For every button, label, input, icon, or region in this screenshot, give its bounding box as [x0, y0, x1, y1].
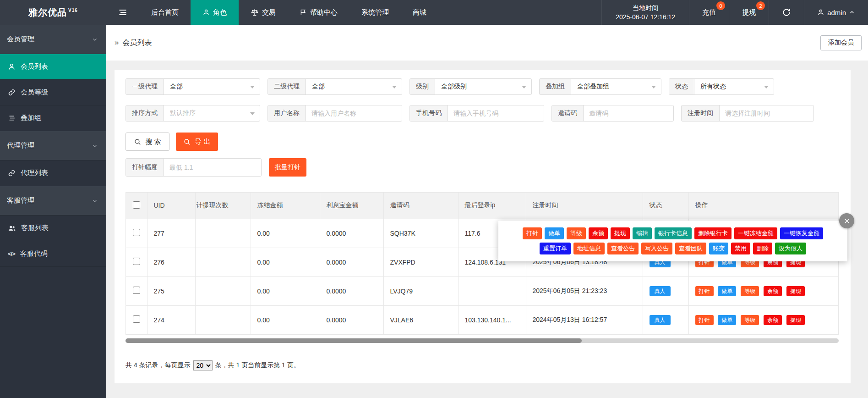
- close-icon: [843, 217, 851, 225]
- username-input[interactable]: [306, 105, 402, 121]
- batch-inject-button[interactable]: 批量打针: [269, 158, 306, 177]
- list-icon: [8, 114, 16, 122]
- level-action-button[interactable]: 等级: [741, 286, 759, 296]
- inject-action-button[interactable]: 打针: [695, 286, 714, 296]
- withdraw-button[interactable]: 提现 2: [729, 0, 769, 25]
- sidebar-section-service-management[interactable]: 客服管理: [0, 186, 106, 216]
- popup-level-button[interactable]: 等级: [567, 227, 586, 239]
- inject-action-button[interactable]: 打针: [695, 315, 714, 325]
- row-checkbox[interactable]: [133, 287, 140, 294]
- nav-item-mall[interactable]: 商城: [401, 0, 438, 25]
- popup-balance-button[interactable]: 余额: [589, 227, 608, 239]
- popup-set-fake-button[interactable]: 设为假人: [775, 243, 806, 254]
- overlay-group-select[interactable]: 全部叠加组: [571, 79, 661, 94]
- row-checkbox[interactable]: [133, 258, 140, 265]
- nav-item-system[interactable]: 系统管理: [349, 0, 401, 25]
- recharge-label: 充值: [702, 8, 716, 17]
- popup-restore-balance-button[interactable]: 一键恢复金额: [780, 227, 823, 239]
- user-icon: [8, 63, 16, 71]
- sidebar-section-label: 会员管理: [7, 35, 34, 44]
- export-button-label: 导 出: [195, 138, 210, 146]
- link-icon: [8, 88, 16, 96]
- export-button[interactable]: 导 出: [176, 133, 218, 151]
- popup-address-info-button[interactable]: 地址信息: [573, 243, 605, 254]
- recharge-button[interactable]: 充值 0: [689, 0, 729, 25]
- popup-reset-orders-button[interactable]: 重置订单: [540, 243, 571, 254]
- popup-close-button[interactable]: [839, 213, 854, 228]
- row-checkbox[interactable]: [133, 229, 140, 236]
- select-all-checkbox[interactable]: [133, 201, 140, 209]
- popup-write-notice-button[interactable]: 写入公告: [641, 243, 672, 254]
- sidebar-item-service-list[interactable]: 客服列表: [0, 216, 106, 241]
- nav-item-trade[interactable]: 交易: [239, 0, 288, 25]
- filter-label: 手机号码: [410, 105, 448, 121]
- sidebar: 会员管理 会员列表 会员等级 叠加组 代理管理: [0, 25, 106, 398]
- level-action-button[interactable]: 等级: [741, 315, 759, 325]
- local-time-value: 2025-06-07 12:16:12: [616, 12, 675, 22]
- app-logo-text: 雅尔优品: [28, 6, 67, 19]
- cell-reg-time: 2025年06月05日 21:23:23: [526, 276, 643, 305]
- search-button[interactable]: 搜 索: [126, 133, 169, 151]
- withdraw-badge: 2: [756, 1, 765, 10]
- nav-item-roles[interactable]: 角色: [191, 0, 239, 25]
- horizontal-scrollbar-thumb[interactable]: [126, 338, 582, 343]
- popup-delete-bank-card-button[interactable]: 删除银行卡: [694, 227, 732, 239]
- sidebar-item-member-level[interactable]: 会员等级: [0, 80, 106, 105]
- popup-delete-button[interactable]: 删除: [753, 243, 772, 254]
- sidebar-item-member-list[interactable]: 会员列表: [0, 54, 106, 80]
- inject-range-input[interactable]: [164, 159, 261, 176]
- popup-row-2: 重置订单 地址信息 查看公告 写入公告 查看团队 账变 禁用 删除 设为假人: [498, 243, 847, 254]
- popup-disable-button[interactable]: 禁用: [731, 243, 750, 254]
- sidebar-toggle-button[interactable]: [106, 0, 139, 25]
- add-member-button[interactable]: 添加会员: [820, 35, 862, 50]
- filter-label: 邀请码: [552, 105, 584, 121]
- popup-view-notice-button[interactable]: 查看公告: [607, 243, 639, 254]
- users-icon: [8, 224, 16, 232]
- sort-select[interactable]: 默认排序: [164, 105, 260, 121]
- page-title: 会员列表: [122, 38, 152, 48]
- filter-label: 叠加组: [540, 79, 571, 94]
- row-checkbox[interactable]: [133, 315, 140, 323]
- balance-action-button[interactable]: 余额: [764, 315, 782, 325]
- status-select[interactable]: 所有状态: [694, 79, 774, 94]
- popup-bank-card-info-button[interactable]: 银行卡信息: [655, 227, 692, 239]
- caret-down-icon: [392, 86, 397, 88]
- withdraw-action-button[interactable]: 提现: [786, 286, 805, 296]
- user-menu[interactable]: admin: [804, 0, 868, 25]
- level1-agent-select[interactable]: 全部: [164, 79, 260, 94]
- header-uid: UID: [147, 193, 195, 219]
- level2-agent-select[interactable]: 全部: [306, 79, 402, 94]
- sidebar-item-service-code[interactable]: </> 客服代码: [0, 241, 106, 267]
- sidebar-item-agent-list[interactable]: 代理列表: [0, 160, 106, 186]
- make-order-action-button[interactable]: 做单: [718, 315, 736, 325]
- cell-last-ip: 103.130.140.1...: [458, 305, 526, 334]
- cell-status: 真人: [643, 305, 688, 334]
- level-select[interactable]: 全部级别: [435, 79, 531, 94]
- per-page-select[interactable]: 20: [193, 360, 213, 370]
- nav-label: 后台首页: [151, 8, 179, 17]
- popup-view-team-button[interactable]: 查看团队: [675, 243, 706, 254]
- reg-time-input[interactable]: [720, 105, 813, 121]
- refresh-button[interactable]: [769, 0, 804, 25]
- phone-input[interactable]: [448, 105, 544, 121]
- withdraw-action-button[interactable]: 提现: [786, 315, 805, 325]
- nav-item-dashboard[interactable]: 后台首页: [139, 0, 191, 25]
- filter-phone: 手机号码: [409, 105, 544, 122]
- filter-level1-agent: 一级代理 全部: [126, 78, 260, 95]
- make-order-action-button[interactable]: 做单: [718, 286, 736, 296]
- sidebar-item-overlay-group[interactable]: 叠加组: [0, 105, 106, 131]
- popup-account-changes-button[interactable]: 账变: [709, 243, 728, 254]
- chevron-up-icon: [849, 9, 855, 16]
- balance-action-button[interactable]: 余额: [764, 286, 782, 296]
- sidebar-section-member-management[interactable]: 会员管理: [0, 25, 106, 54]
- popup-inject-button[interactable]: 打针: [523, 227, 542, 239]
- sidebar-section-agent-management[interactable]: 代理管理: [0, 131, 106, 160]
- pagination: 共 4 条记录，每页显示 20 条，共 1 页当前显示第 1 页。: [126, 360, 840, 370]
- popup-edit-button[interactable]: 编辑: [633, 227, 652, 239]
- cell-actions: 打针 做单 等级 余额 提现: [688, 305, 839, 334]
- nav-item-help-center[interactable]: 帮助中心: [288, 0, 349, 25]
- invite-code-input[interactable]: [584, 105, 673, 121]
- popup-withdraw-button[interactable]: 提现: [611, 227, 630, 239]
- popup-freeze-balance-button[interactable]: 一键冻结金额: [734, 227, 777, 239]
- popup-make-order-button[interactable]: 做单: [545, 227, 564, 239]
